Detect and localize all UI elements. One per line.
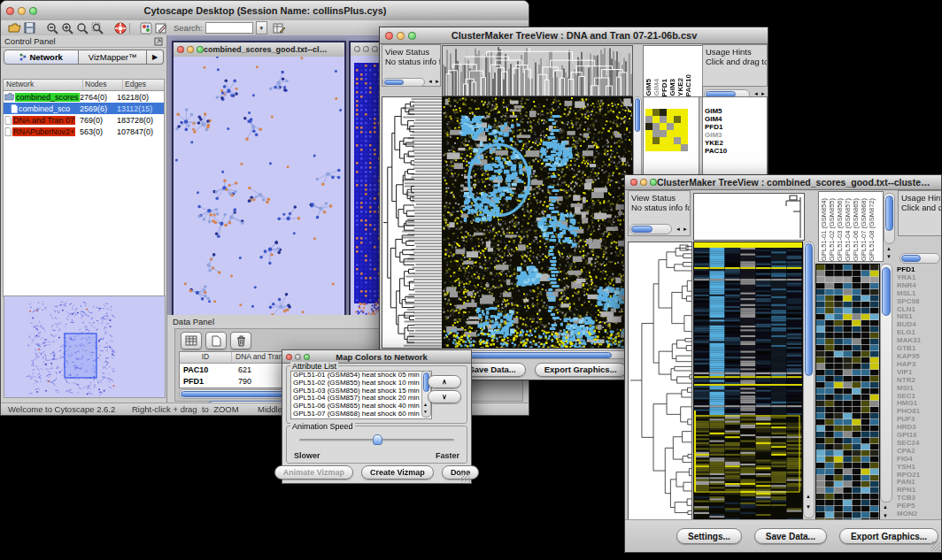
document-icon: [11, 104, 18, 113]
table-row[interactable]: DNA and Tran 07 769(0) 183728(0): [4, 114, 164, 126]
attribute-editor-icon[interactable]: [273, 22, 286, 35]
tv1-status-scrollbar[interactable]: [382, 78, 425, 87]
annotation-icon[interactable]: [155, 22, 167, 35]
animate-vizmap-button[interactable]: Animate Vizmap: [274, 465, 353, 479]
scroll-up-icon[interactable]: ▲: [423, 402, 428, 407]
scroll-left-icon[interactable]: ◄: [676, 226, 681, 232]
tv2-status-scrollbar[interactable]: [629, 224, 672, 234]
select-attributes-button[interactable]: [181, 332, 202, 349]
col-nodes[interactable]: Nodes: [83, 80, 123, 90]
zoom-window-icon[interactable]: [197, 46, 204, 53]
scroll-up-icon[interactable]: ▲: [806, 494, 811, 499]
tv2-usage-hints: Usage Hints Click and drag: [898, 190, 942, 236]
status-hint-zoom: Right-click + drag to ZOOM: [132, 404, 239, 414]
close-icon[interactable]: [177, 46, 184, 53]
id-column-header[interactable]: ID: [180, 352, 232, 363]
tv2-gene-labels[interactable]: PFD1YRA1RNR4MSL1SPC98CLN1NIS1BUD4ELG1MAK…: [895, 266, 942, 520]
close-icon[interactable]: [6, 7, 14, 15]
zoom-window-icon[interactable]: [372, 46, 378, 52]
scroll-up-icon[interactable]: ▲: [886, 246, 892, 251]
column-label: GIM4: [653, 79, 660, 96]
tab-network[interactable]: Network: [4, 50, 79, 65]
scroll-right-icon[interactable]: ►: [435, 79, 440, 84]
move-up-button[interactable]: ∧: [428, 375, 461, 388]
create-vizmap-button[interactable]: Create Vizmap: [361, 465, 434, 479]
export-graphics-button[interactable]: Export Graphics...: [535, 363, 627, 377]
close-icon[interactable]: [385, 32, 393, 40]
export-graphics-button[interactable]: Export Graphics...: [839, 528, 938, 544]
col-network[interactable]: Network: [4, 80, 83, 90]
network-view-canvas[interactable]: [174, 57, 344, 315]
scroll-down-icon[interactable]: ▼: [883, 513, 888, 518]
zoom-fit-icon[interactable]: [91, 22, 104, 35]
save-icon[interactable]: [24, 22, 35, 34]
tab-vizmapper[interactable]: VizMapper™: [79, 50, 147, 65]
zoom-selected-icon[interactable]: [76, 22, 89, 35]
search-input[interactable]: [205, 22, 253, 34]
table-row[interactable]: RNAPuberNov2+ 563(0) 107847(0): [4, 126, 164, 137]
tv2-zoom-vscrollbar[interactable]: [880, 264, 892, 502]
slider-thumb[interactable]: [373, 434, 382, 445]
close-icon[interactable]: [630, 179, 637, 186]
minimize-icon[interactable]: [295, 354, 301, 360]
attribute-list[interactable]: GPL51-01 (GSM854) heat shock 05 minGPL51…: [290, 371, 432, 419]
treeview2-titlebar[interactable]: ClusterMaker TreeView : combined_scores_…: [625, 175, 941, 190]
move-down-button[interactable]: ∨: [428, 390, 461, 403]
plugin-manager-icon[interactable]: [140, 22, 152, 35]
tv1-heatmap[interactable]: [442, 96, 633, 349]
resize-grip[interactable]: [460, 472, 470, 482]
zoom-out-icon[interactable]: [46, 22, 58, 35]
tab-overflow-button[interactable]: ▶: [147, 50, 164, 65]
tv1-column-labels[interactable]: GIM5GIM4PFD1GIM3YKE2PAC10: [643, 45, 703, 97]
tv2-row-dendrogram[interactable]: [628, 242, 692, 520]
tv2-heatmap[interactable]: [693, 242, 803, 520]
create-attribute-button[interactable]: [205, 332, 227, 349]
animation-speed-slider[interactable]: [299, 439, 454, 441]
zoom-window-icon[interactable]: [304, 354, 310, 360]
minimize-icon[interactable]: [18, 7, 26, 15]
scroll-down-icon[interactable]: ▼: [423, 409, 428, 414]
float-panel-icon[interactable]: [154, 37, 163, 46]
help-ring-icon[interactable]: [114, 22, 127, 35]
minimize-icon[interactable]: [640, 179, 647, 186]
col-edges[interactable]: Edges: [123, 80, 164, 90]
tv2-zoom-heatmap[interactable]: [815, 264, 880, 520]
search-dropdown-icon[interactable]: ▼: [256, 21, 267, 35]
scroll-right-icon[interactable]: ►: [683, 226, 688, 232]
tv1-zoom-matrix[interactable]: [645, 109, 688, 151]
treeview2-title: ClusterMaker TreeView : combined_scores_…: [657, 177, 932, 188]
minimize-icon[interactable]: [397, 32, 405, 40]
zoom-window-icon[interactable]: [29, 7, 37, 15]
minimize-icon[interactable]: [363, 46, 369, 52]
scroll-down-icon[interactable]: ▼: [806, 504, 811, 510]
table-row[interactable]: combined_sco 2569(6) 13112(15): [4, 103, 164, 114]
tv2-heatmap-vscrollbar[interactable]: [803, 242, 815, 518]
open-folder-icon[interactable]: [8, 22, 21, 34]
tab-network-label: Network: [29, 52, 62, 62]
close-icon[interactable]: [354, 46, 360, 52]
scroll-left-icon[interactable]: ◄: [428, 79, 433, 84]
zoom-in-icon[interactable]: [61, 22, 73, 35]
table-row[interactable]: combined_scores 2764(0) 16218(0): [4, 91, 164, 103]
minimize-icon[interactable]: [187, 46, 194, 53]
window-controls[interactable]: [6, 7, 37, 15]
main-titlebar[interactable]: Cytoscape Desktop (Session Name: collins…: [1, 1, 529, 21]
tv2-labels-scrollbar[interactable]: [884, 193, 895, 244]
network-frame-1[interactable]: combined_scores_good.txt--cluste...: [172, 41, 346, 315]
network-overview[interactable]: [4, 295, 166, 398]
tv2-hints-scrollbar[interactable]: [900, 253, 940, 264]
delete-attribute-button[interactable]: [230, 332, 251, 349]
scroll-up-icon[interactable]: ▲: [883, 504, 888, 510]
tv1-column-dendrogram[interactable]: [442, 45, 633, 96]
tv2-column-dendrogram[interactable]: [693, 193, 805, 241]
settings-button[interactable]: Settings...: [676, 528, 742, 544]
tv2-column-labels[interactable]: GPL51-01 (GSM854)GPL51-02 (GSM855)GPL51-…: [818, 191, 884, 262]
zoom-window-icon[interactable]: [408, 32, 416, 40]
save-data-button[interactable]: Save Data...: [754, 528, 827, 544]
resize-grip[interactable]: [930, 541, 940, 551]
treeview1-titlebar[interactable]: ClusterMaker TreeView : DNA and Tran 07-…: [380, 27, 768, 44]
close-icon[interactable]: [286, 354, 292, 360]
scroll-down-icon[interactable]: ▼: [886, 254, 892, 259]
tv1-row-dendrogram[interactable]: [382, 96, 444, 349]
zoom-window-icon[interactable]: [650, 179, 657, 186]
